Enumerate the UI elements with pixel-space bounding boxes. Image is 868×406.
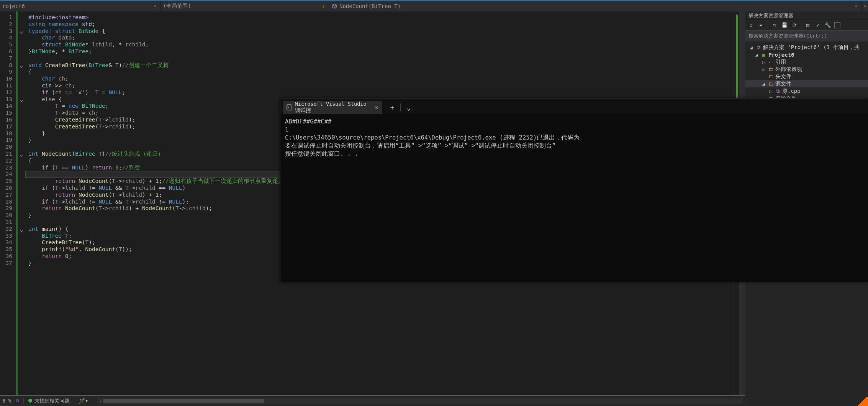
preview-icon[interactable] [834,22,840,28]
console-tab[interactable]: >_ Microsoft Visual Studio 调试控 ✕ [283,101,382,114]
scope-function[interactable]: NodeCount(BiTree T) ▾ [329,1,862,12]
new-tab-button[interactable]: ＋ [386,101,399,114]
feedback-icon[interactable]: ☺ [16,398,19,404]
ime-indicator-icon[interactable] [857,397,868,406]
tree-headers[interactable]: 🗀头文件 [745,73,868,80]
scope-global[interactable]: (全局范围) ▾ [161,1,329,12]
show-all-icon[interactable]: ▤ [804,22,811,29]
chevron-down-icon: ▾ [855,3,858,9]
split-down-icon[interactable]: ▾ [862,1,868,12]
tree-source-file[interactable]: ▷⧉源.cpp [745,87,868,95]
status-issues[interactable]: 未找到相关问题 [28,398,69,404]
scope-project[interactable]: roject6 ▾ [0,1,161,12]
console-tabstrip: >_ Microsoft Visual Studio 调试控 ✕ ＋ ⌄ [280,99,868,114]
tab-menu-button[interactable]: ⌄ [402,101,415,114]
scope-global-label: (全局范围) [163,3,191,10]
method-icon [332,3,337,9]
chevron-down-icon: ▾ [154,3,157,9]
status-bar: 6 % ☺ 未找到相关问题 🪄▾ ◂ [0,395,745,406]
horizontal-scrollbar[interactable]: ◂ [98,398,743,404]
tree-sources[interactable]: ◢🗀源文件 [745,80,868,87]
debug-console-window[interactable]: >_ Microsoft Visual Studio 调试控 ✕ ＋ ⌄ AB#… [280,98,868,282]
refresh-icon[interactable]: ⟳ [791,22,798,29]
save-all-icon[interactable]: 💾 [781,22,788,29]
back-icon[interactable]: ↩ [758,22,765,29]
terminal-icon: >_ [287,104,292,110]
close-icon[interactable]: ✕ [375,104,378,111]
scope-project-label: roject6 [2,3,25,9]
tree-project[interactable]: ◢▣Project6 [745,51,868,58]
sync-icon[interactable]: ⇆ [771,22,778,29]
home-icon[interactable]: ⌂ [748,22,755,29]
collapse-icon[interactable]: ⤢ [814,22,821,29]
scope-function-label: NodeCount(BiTree T) [339,3,401,9]
scope-bar: roject6 ▾ (全局范围) ▾ NodeCount(BiTree T) ▾… [0,0,868,12]
console-tab-title: Microsoft Visual Studio 调试控 [295,101,370,114]
properties-icon[interactable]: 🔧 [824,22,831,29]
chevron-down-icon: ▾ [322,3,325,9]
fold-gutter[interactable] [18,12,25,395]
tree-solution[interactable]: ◢⧉解决方案 'Project6' (1 个项目，共 [745,44,868,51]
solution-explorer-toolbar: ⌂ ↩ ⇆ 💾 ⟳ ▤ ⤢ 🔧 [745,20,868,31]
solution-search-input[interactable]: 搜索解决方案资源管理器(Ctrl+;) [745,31,868,41]
line-number-gutter: 1234567891011121314151617181920212223242… [0,12,18,395]
console-output: AB#DF##G##C## 1 C:\Users\34650\source\re… [280,114,868,282]
status-progress: 6 % [2,398,11,404]
screwdriver-icon[interactable]: 🪄▾ [79,398,88,404]
tree-ext-deps[interactable]: ▷🗀外部依赖项 [745,66,868,73]
solution-explorer-title: 解决方案资源管理器 [745,12,868,20]
tree-refs[interactable]: ▷▭引用 [745,58,868,66]
